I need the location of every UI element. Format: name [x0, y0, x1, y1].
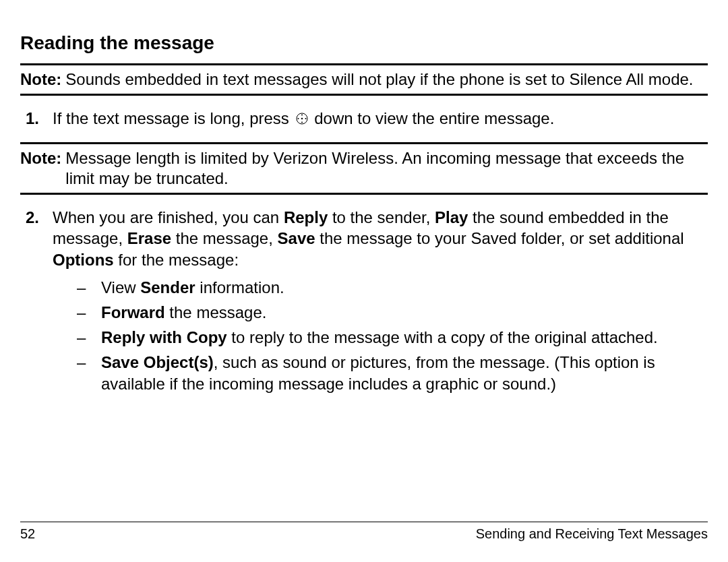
note-block-2: Note: Message length is limited by Veriz…: [20, 142, 708, 195]
svg-point-1: [301, 118, 302, 119]
bullet-dash: –: [77, 302, 101, 323]
bullet-save-objects: – Save Object(s), such as sound or pictu…: [77, 352, 702, 394]
svg-point-5: [305, 118, 306, 119]
step-2: 2. When you are finished, you can Reply …: [20, 207, 708, 398]
bullet-view-sender: – View Sender information.: [77, 277, 702, 298]
text-fragment: to reply to the message with a copy of t…: [227, 328, 658, 346]
note-block-1: Note: Sounds embedded in text messages w…: [20, 63, 708, 96]
step-2-body: When you are finished, you can Reply to …: [53, 207, 702, 398]
options-bullets: – View Sender information. – Forward the…: [53, 277, 702, 394]
page-title: Reading the message: [20, 32, 708, 54]
bold-reply: Reply: [284, 208, 328, 226]
bullet-dash: –: [77, 327, 101, 348]
bold-options: Options: [53, 251, 114, 269]
step-1-body: If the text message is long, press down …: [53, 108, 554, 130]
text-fragment: for the message:: [114, 251, 239, 269]
nav-key-icon: [295, 109, 309, 130]
bullet-reply-with-copy: – Reply with Copy to reply to the messag…: [77, 327, 702, 348]
bold-play: Play: [435, 208, 468, 226]
note-text: Message length is limited by Verizon Wir…: [65, 148, 708, 189]
text-fragment: the message to your Saved folder, or set…: [315, 229, 684, 247]
svg-point-4: [297, 118, 299, 119]
bullet-dash: –: [77, 352, 101, 394]
step-2-number: 2.: [26, 207, 53, 398]
bold-sender: Sender: [140, 278, 195, 296]
step-1-text-before: If the text message is long, press: [53, 109, 294, 127]
step-1-text-after: down to view the entire message.: [314, 109, 554, 127]
bullet-dash: –: [77, 277, 101, 298]
text-fragment: to the sender,: [328, 208, 435, 226]
bullet-forward: – Forward the message.: [77, 302, 702, 323]
page-number: 52: [20, 526, 35, 542]
text-fragment: When you are finished, you can: [53, 208, 284, 226]
note-label: Note:: [20, 69, 61, 90]
svg-point-3: [301, 122, 303, 123]
text-fragment: information.: [195, 278, 284, 296]
bold-reply-with-copy: Reply with Copy: [101, 328, 227, 346]
step-1-number: 1.: [26, 108, 53, 130]
note-text: Sounds embedded in text messages will no…: [65, 69, 693, 90]
text-fragment: the message,: [171, 229, 277, 247]
note-label: Note:: [20, 148, 61, 189]
bold-save-objects: Save Object(s): [101, 353, 214, 371]
section-title: Sending and Receiving Text Messages: [476, 526, 708, 542]
bold-forward: Forward: [101, 303, 165, 321]
svg-point-2: [301, 115, 303, 116]
page-footer: 52 Sending and Receiving Text Messages: [20, 522, 708, 542]
step-1: 1. If the text message is long, press do…: [20, 108, 708, 130]
text-fragment: the message.: [165, 303, 267, 321]
text-fragment: View: [101, 278, 140, 296]
bold-save: Save: [278, 229, 315, 247]
bold-erase: Erase: [127, 229, 171, 247]
